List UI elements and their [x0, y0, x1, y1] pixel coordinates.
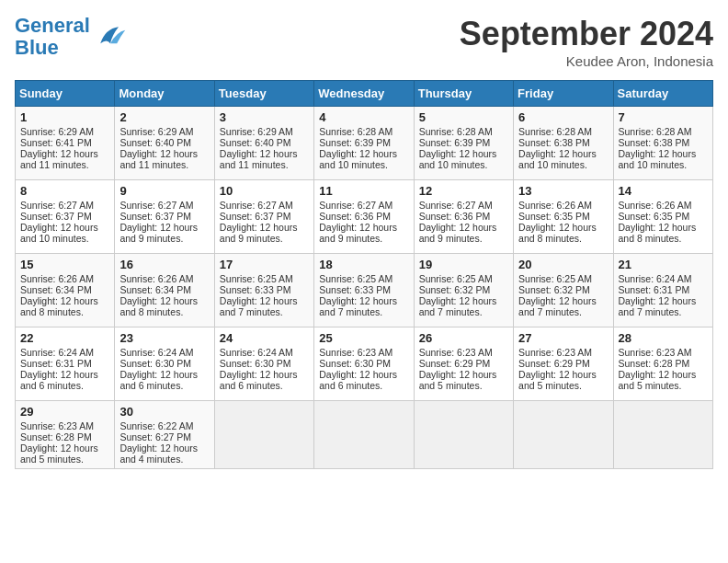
- day-number: 19: [419, 258, 508, 271]
- daylight-label: Daylight: 12 hours and 4 minutes.: [119, 442, 198, 465]
- table-row: 2 Sunrise: 6:29 AM Sunset: 6:40 PM Dayli…: [115, 107, 214, 180]
- sunrise-label: Sunrise: 6:25 AM: [220, 273, 293, 284]
- logo-bird-icon: [94, 20, 127, 53]
- month-title: September 2024: [460, 15, 713, 53]
- sunrise-label: Sunrise: 6:25 AM: [419, 273, 493, 284]
- daylight-label: Daylight: 12 hours and 10 minutes.: [518, 148, 597, 170]
- table-row: 26 Sunrise: 6:23 AM Sunset: 6:29 PM Dayl…: [414, 327, 513, 401]
- day-number: 21: [619, 258, 708, 271]
- logo-blue: Blue: [15, 36, 59, 59]
- header-friday: Friday: [514, 81, 613, 107]
- table-row: 12 Sunrise: 6:27 AM Sunset: 6:36 PM Dayl…: [414, 180, 513, 254]
- sunrise-label: Sunrise: 6:27 AM: [319, 200, 392, 211]
- day-number: 28: [619, 331, 708, 345]
- day-number: 27: [518, 331, 608, 345]
- sunrise-label: Sunrise: 6:24 AM: [220, 347, 293, 358]
- sunrise-label: Sunrise: 6:28 AM: [419, 126, 493, 137]
- table-row: 21 Sunrise: 6:24 AM Sunset: 6:31 PM Dayl…: [613, 254, 712, 327]
- sunset-label: Sunset: 6:40 PM: [119, 137, 191, 148]
- daylight-label: Daylight: 12 hours and 10 minutes.: [419, 148, 497, 170]
- daylight-label: Daylight: 12 hours and 10 minutes.: [619, 148, 697, 170]
- sunrise-label: Sunrise: 6:27 AM: [119, 200, 193, 211]
- daylight-label: Daylight: 12 hours and 7 minutes.: [518, 295, 597, 317]
- sunset-label: Sunset: 6:41 PM: [20, 137, 92, 148]
- table-row: 22 Sunrise: 6:24 AM Sunset: 6:31 PM Dayl…: [16, 327, 115, 401]
- header-tuesday: Tuesday: [214, 81, 313, 107]
- sunrise-label: Sunrise: 6:29 AM: [119, 126, 193, 137]
- sunrise-label: Sunrise: 6:26 AM: [619, 200, 692, 211]
- sunset-label: Sunset: 6:29 PM: [419, 358, 491, 369]
- table-row: 9 Sunrise: 6:27 AM Sunset: 6:37 PM Dayli…: [115, 180, 214, 254]
- day-number: 13: [518, 184, 608, 198]
- sunset-label: Sunset: 6:32 PM: [518, 284, 590, 295]
- sunrise-label: Sunrise: 6:27 AM: [419, 200, 493, 211]
- daylight-label: Daylight: 12 hours and 10 minutes.: [319, 148, 397, 170]
- daylight-label: Daylight: 12 hours and 8 minutes.: [20, 295, 98, 317]
- logo: General Blue: [15, 15, 127, 59]
- sunset-label: Sunset: 6:39 PM: [419, 137, 491, 148]
- day-number: 22: [20, 331, 109, 345]
- header-thursday: Thursday: [414, 81, 513, 107]
- calendar-table: Sunday Monday Tuesday Wednesday Thursday…: [15, 80, 713, 469]
- table-row: [613, 401, 712, 469]
- sunset-label: Sunset: 6:30 PM: [220, 358, 291, 369]
- sunrise-label: Sunrise: 6:28 AM: [619, 126, 692, 137]
- sunset-label: Sunset: 6:34 PM: [119, 284, 191, 295]
- sunset-label: Sunset: 6:33 PM: [319, 284, 391, 295]
- daylight-label: Daylight: 12 hours and 6 minutes.: [319, 369, 397, 391]
- daylight-label: Daylight: 12 hours and 11 minutes.: [220, 148, 298, 170]
- daylight-label: Daylight: 12 hours and 9 minutes.: [319, 222, 397, 244]
- sunset-label: Sunset: 6:37 PM: [220, 211, 291, 222]
- header-saturday: Saturday: [613, 81, 712, 107]
- header-wednesday: Wednesday: [314, 81, 414, 107]
- table-row: 10 Sunrise: 6:27 AM Sunset: 6:37 PM Dayl…: [214, 180, 313, 254]
- sunrise-label: Sunrise: 6:22 AM: [119, 420, 193, 431]
- day-number: 12: [419, 184, 508, 198]
- daylight-label: Daylight: 12 hours and 7 minutes.: [419, 295, 497, 317]
- sunrise-label: Sunrise: 6:24 AM: [119, 347, 193, 358]
- daylight-label: Daylight: 12 hours and 8 minutes.: [619, 222, 697, 244]
- table-row: 23 Sunrise: 6:24 AM Sunset: 6:30 PM Dayl…: [115, 327, 214, 401]
- sunrise-label: Sunrise: 6:25 AM: [518, 273, 592, 284]
- table-row: 30 Sunrise: 6:22 AM Sunset: 6:27 PM Dayl…: [115, 401, 214, 469]
- sunset-label: Sunset: 6:29 PM: [518, 358, 590, 369]
- table-row: 16 Sunrise: 6:26 AM Sunset: 6:34 PM Dayl…: [115, 254, 214, 327]
- table-row: 13 Sunrise: 6:26 AM Sunset: 6:35 PM Dayl…: [514, 180, 613, 254]
- sunset-label: Sunset: 6:31 PM: [20, 358, 92, 369]
- daylight-label: Daylight: 12 hours and 7 minutes.: [220, 295, 298, 317]
- sunrise-label: Sunrise: 6:26 AM: [119, 273, 193, 284]
- sunset-label: Sunset: 6:40 PM: [220, 137, 291, 148]
- table-row: 18 Sunrise: 6:25 AM Sunset: 6:33 PM Dayl…: [314, 254, 414, 327]
- table-row: 11 Sunrise: 6:27 AM Sunset: 6:36 PM Dayl…: [314, 180, 414, 254]
- table-row: [214, 401, 313, 469]
- day-number: 8: [20, 184, 109, 198]
- calendar-row: 15 Sunrise: 6:26 AM Sunset: 6:34 PM Dayl…: [16, 254, 713, 327]
- sunset-label: Sunset: 6:31 PM: [619, 284, 690, 295]
- sunset-label: Sunset: 6:37 PM: [119, 211, 191, 222]
- sunrise-label: Sunrise: 6:25 AM: [319, 273, 392, 284]
- daylight-label: Daylight: 12 hours and 5 minutes.: [518, 369, 597, 391]
- table-row: 1 Sunrise: 6:29 AM Sunset: 6:41 PM Dayli…: [16, 107, 115, 180]
- calendar-row: 1 Sunrise: 6:29 AM Sunset: 6:41 PM Dayli…: [16, 107, 713, 180]
- sunset-label: Sunset: 6:39 PM: [319, 137, 391, 148]
- sunrise-label: Sunrise: 6:29 AM: [220, 126, 293, 137]
- daylight-label: Daylight: 12 hours and 6 minutes.: [20, 369, 98, 391]
- daylight-label: Daylight: 12 hours and 6 minutes.: [119, 369, 198, 391]
- sunset-label: Sunset: 6:35 PM: [518, 211, 590, 222]
- day-number: 15: [20, 258, 109, 271]
- day-number: 20: [518, 258, 608, 271]
- sunset-label: Sunset: 6:30 PM: [319, 358, 391, 369]
- sunset-label: Sunset: 6:35 PM: [619, 211, 690, 222]
- day-number: 9: [119, 184, 209, 198]
- day-number: 24: [220, 331, 309, 345]
- table-row: 8 Sunrise: 6:27 AM Sunset: 6:37 PM Dayli…: [16, 180, 115, 254]
- daylight-label: Daylight: 12 hours and 7 minutes.: [319, 295, 397, 317]
- day-number: 30: [119, 405, 209, 419]
- daylight-label: Daylight: 12 hours and 5 minutes.: [619, 369, 697, 391]
- table-row: [314, 401, 414, 469]
- sunset-label: Sunset: 6:28 PM: [20, 431, 92, 442]
- day-number: 3: [220, 110, 309, 124]
- sunset-label: Sunset: 6:36 PM: [319, 211, 391, 222]
- daylight-label: Daylight: 12 hours and 11 minutes.: [119, 148, 198, 170]
- sunset-label: Sunset: 6:30 PM: [119, 358, 191, 369]
